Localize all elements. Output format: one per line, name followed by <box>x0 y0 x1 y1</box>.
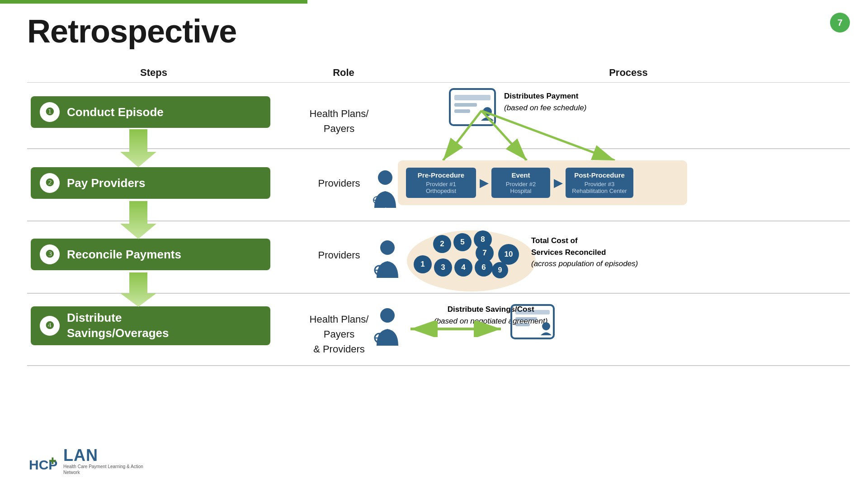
svg-rect-4 <box>454 95 491 100</box>
page-number-badge: 7 <box>830 13 850 33</box>
row-sep-4 <box>27 365 850 366</box>
steps-column-header: Steps <box>27 67 280 79</box>
num-circle-4: 4 <box>454 258 472 277</box>
svg-rect-29 <box>515 310 550 314</box>
num-circle-10: 10 <box>498 244 519 265</box>
health-plan-icon-bottom <box>510 304 555 340</box>
svg-text:✚: ✚ <box>49 456 57 466</box>
hcp-logo-icon: HCP ✚ <box>28 450 60 475</box>
step-3-number: ❸ <box>40 244 60 264</box>
arrow-pre-to-event: ▶ <box>480 177 488 189</box>
step-arrow-2-3 <box>120 201 156 239</box>
doctor-icon-row4 <box>373 307 402 346</box>
svg-text:+: + <box>383 205 388 208</box>
role-column-header: Role <box>280 67 407 79</box>
svg-point-17 <box>380 240 395 255</box>
svg-point-12 <box>378 170 392 185</box>
hcplan-logo: HCP ✚ LAN Health Care Payment Learning &… <box>28 447 145 475</box>
num-circle-2: 2 <box>433 235 451 253</box>
pre-procedure-box: Pre-Procedure Provider #1 Orthopedist <box>406 168 476 198</box>
step-1-number: ❶ <box>40 102 60 122</box>
step-1-button: ❶ Conduct Episode <box>31 96 270 128</box>
step-1-label: Conduct Episode <box>67 105 164 119</box>
doctor-icon-row2: + <box>371 169 400 208</box>
post-procedure-box: Post-Procedure Provider #3 Rehabilitatio… <box>566 168 633 198</box>
svg-marker-1 <box>120 201 156 239</box>
step-4-number: ❹ <box>40 316 60 336</box>
doctor-icon-row3 <box>373 239 402 278</box>
svg-line-9 <box>443 111 481 160</box>
num-circle-5: 5 <box>453 233 472 251</box>
svg-rect-31 <box>515 323 530 326</box>
svg-marker-2 <box>120 272 156 307</box>
num-circle-1: 1 <box>414 255 432 273</box>
page-title: Retrospective <box>27 13 236 50</box>
top-accent-bar <box>0 0 307 4</box>
arrow-event-to-post: ▶ <box>554 177 562 189</box>
step-3-button: ❸ Reconcile Payments <box>31 239 270 270</box>
role-text-1: Health Plans/Payers <box>289 106 389 136</box>
provider-boxes-container: Pre-Procedure Provider #1 Orthopedist ▶ … <box>398 160 687 205</box>
svg-rect-30 <box>515 317 537 320</box>
column-headers: Steps Role Process <box>27 67 850 83</box>
hcp-lan-text: LAN Health Care Payment Learning & Actio… <box>63 447 145 475</box>
svg-point-21 <box>380 308 395 323</box>
num-circle-9: 9 <box>492 262 508 278</box>
svg-point-32 <box>542 322 550 330</box>
num-circle-3: 3 <box>434 258 452 277</box>
step-arrow-3-4 <box>120 272 156 307</box>
step-3-label: Reconcile Payments <box>67 248 181 262</box>
two-headed-arrow <box>406 321 505 337</box>
svg-marker-0 <box>120 129 156 167</box>
svg-line-11 <box>481 111 615 160</box>
step-arrow-1-2 <box>120 129 156 167</box>
step-2-label: Pay Providers <box>67 176 145 190</box>
step-4-label: DistributeSavings/Overages <box>67 310 169 341</box>
process-column-header: Process <box>407 67 850 79</box>
step-4-button: ❹ DistributeSavings/Overages <box>31 306 270 345</box>
event-box: Event Provider #2 Hospital <box>491 168 550 198</box>
num-circle-8: 8 <box>474 230 492 249</box>
total-cost-text: Total Cost ofServices Reconciled (across… <box>531 235 638 270</box>
step-2-button: ❷ Pay Providers <box>31 167 270 199</box>
step-2-number: ❷ <box>40 173 60 193</box>
